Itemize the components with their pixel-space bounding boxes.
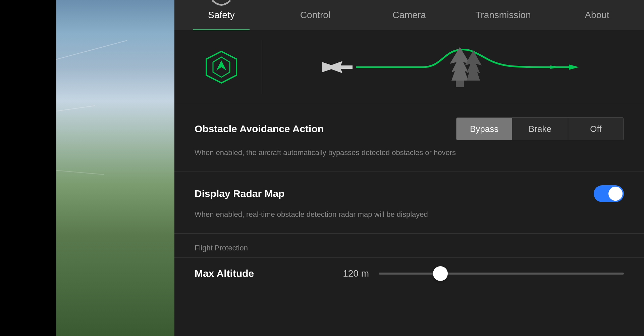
path-illustration	[276, 40, 624, 94]
toggle-knob	[608, 187, 623, 201]
dji-logo-area	[195, 49, 248, 86]
max-altitude-section: Max Altitude 120 m	[174, 257, 644, 289]
slider-fill	[379, 273, 440, 275]
svg-marker-7	[569, 64, 579, 70]
obstacle-avoidance-toggle-group: Bypass Brake Off	[456, 117, 624, 140]
tab-safety[interactable]: Safety	[174, 0, 268, 30]
dji-logo-icon	[203, 49, 240, 86]
tab-transmission[interactable]: Transmission	[456, 0, 550, 30]
toggle-bypass[interactable]: Bypass	[457, 118, 512, 140]
obstacle-avoidance-section: Obstacle Avoidance Action Bypass Brake O…	[174, 104, 644, 172]
toggle-off[interactable]: Off	[568, 118, 624, 140]
bypass-path-svg	[276, 40, 624, 94]
max-altitude-value: 120 m	[322, 268, 369, 279]
max-altitude-label: Max Altitude	[195, 268, 322, 279]
top-nav: Safety Control Camera Transmission About	[174, 0, 644, 30]
display-radar-toggle[interactable]	[594, 185, 624, 202]
illustration-divider	[262, 40, 262, 94]
tab-about[interactable]: About	[550, 0, 644, 30]
obstacle-illustration	[174, 30, 644, 104]
camera-view	[0, 0, 174, 336]
obstacle-avoidance-description: When enabled, the aircraft automatically…	[195, 147, 624, 158]
display-radar-row: Display Radar Map	[195, 185, 624, 202]
display-radar-section: Display Radar Map When enabled, real-tim…	[174, 172, 644, 234]
flight-protection-label: Flight Protection	[195, 244, 624, 252]
settings-content: Obstacle Avoidance Action Bypass Brake O…	[174, 30, 644, 336]
display-radar-label: Display Radar Map	[195, 188, 284, 199]
obstacle-avoidance-row: Obstacle Avoidance Action Bypass Brake O…	[195, 117, 624, 140]
tab-control[interactable]: Control	[268, 0, 362, 30]
obstacle-avoidance-label: Obstacle Avoidance Action	[195, 123, 324, 135]
slider-thumb[interactable]	[433, 266, 448, 281]
flight-protection-header: Flight Protection	[174, 234, 644, 257]
toggle-brake[interactable]: Brake	[512, 118, 568, 140]
settings-panel: Safety Control Camera Transmission About	[174, 0, 644, 336]
chevron-down-icon	[210, 0, 233, 12]
svg-marker-2	[216, 60, 226, 70]
svg-rect-9	[456, 81, 464, 87]
max-altitude-slider[interactable]	[379, 273, 624, 275]
display-radar-description: When enabled, real-time obstacle detecti…	[195, 209, 624, 220]
tab-camera[interactable]: Camera	[362, 0, 456, 30]
svg-marker-4	[322, 62, 332, 72]
